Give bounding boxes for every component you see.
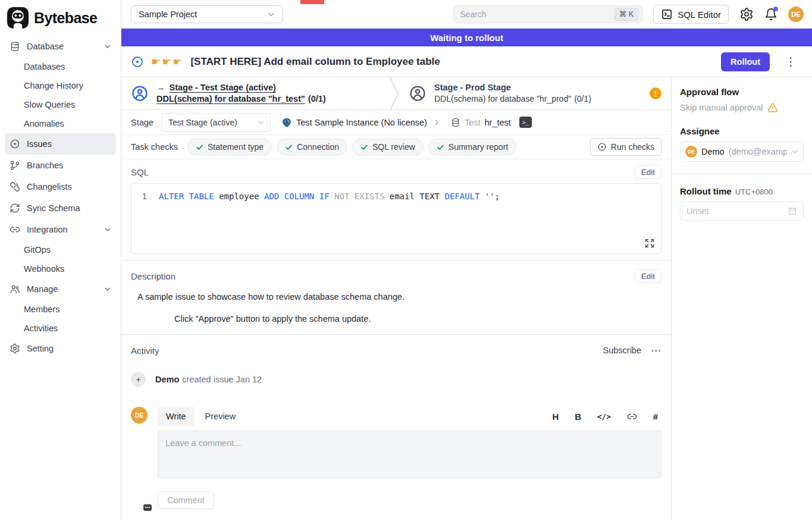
- avatar: DE: [131, 407, 148, 423]
- stage-name: Stage - Test Stage (active): [170, 83, 276, 92]
- check-label: Connection: [297, 142, 339, 152]
- tab-write[interactable]: Write: [158, 407, 195, 426]
- check-summary-report[interactable]: Summary report: [428, 139, 516, 155]
- user-avatar[interactable]: DE: [788, 7, 804, 22]
- stage-prod-stage[interactable]: Stage - Prod Stage DDL(schema) for datab…: [399, 77, 671, 109]
- terminal-icon: [661, 8, 673, 20]
- activity-overflow-button[interactable]: ⋯: [651, 344, 661, 357]
- comment-input[interactable]: [158, 431, 661, 478]
- settings-button[interactable]: [739, 7, 754, 21]
- link-icon: [10, 224, 20, 235]
- notification-dot: [773, 7, 778, 11]
- link-button[interactable]: [627, 412, 637, 422]
- assignee-select[interactable]: DE Demo (demo@example: [680, 142, 804, 162]
- edit-sql-button[interactable]: Edit: [635, 165, 661, 179]
- chevron-down-icon: [791, 148, 798, 155]
- rollout-button[interactable]: Rollout: [721, 52, 770, 71]
- sidebar-item-slow-queries[interactable]: Slow Queries: [5, 95, 116, 114]
- activity-entry: + Democreated issue Jan 12: [131, 372, 661, 387]
- search-input[interactable]: [460, 10, 615, 19]
- check-icon: [360, 143, 368, 151]
- rollout-time-input[interactable]: [686, 206, 788, 216]
- database-link[interactable]: Test hr_test: [451, 118, 511, 127]
- divider: [672, 174, 812, 174]
- bytebase-logo[interactable]: Bytebase: [0, 0, 121, 36]
- sidebar-item-label: Setting: [27, 344, 54, 353]
- stage-task-count: (0/1): [574, 94, 591, 103]
- sidebar-item-label: Integration: [27, 225, 68, 234]
- sidebar-item-label: Branches: [27, 161, 63, 170]
- assignee-name: Demo: [701, 147, 725, 156]
- subscribe-button[interactable]: Subscribe: [603, 346, 641, 355]
- edit-description-button[interactable]: Edit: [635, 269, 661, 283]
- project-select[interactable]: Sample Project: [131, 5, 283, 23]
- branch-icon: [10, 160, 20, 171]
- sidebar-item-setting[interactable]: Setting: [5, 338, 116, 359]
- comment-submit-button[interactable]: Comment: [158, 491, 214, 509]
- main-area: Sample Project ⌘ K SQL Editor DE: [121, 0, 812, 521]
- environment-name: Test: [465, 118, 481, 127]
- sidebar-item-label: Changelists: [27, 182, 72, 192]
- postgres-icon: [281, 117, 292, 128]
- description-heading: Description: [131, 271, 175, 281]
- sql-code-line: 1ALTER TABLE employee ADD COLUMN IF NOT …: [140, 192, 653, 201]
- task-checks-label: Task checks: [131, 142, 178, 152]
- left-sidebar: Bytebase Database Databases Change Histo…: [0, 0, 121, 521]
- stage-text: →Stage - Test Stage (active) DDL(schema)…: [156, 82, 326, 105]
- sidebar-item-database[interactable]: Database: [5, 36, 116, 57]
- logo-text: Bytebase: [34, 10, 97, 27]
- search-box: ⌘ K: [453, 5, 642, 23]
- chat-bubble-icon: •••: [143, 504, 152, 511]
- sidebar-item-label: Webhooks: [24, 264, 64, 274]
- database-icon: [451, 118, 460, 127]
- sidebar-item-activities[interactable]: Activities: [5, 319, 116, 338]
- sql-editor-button[interactable]: SQL Editor: [653, 5, 729, 24]
- hash-button[interactable]: #: [653, 412, 658, 422]
- chevron-down-icon: [257, 119, 264, 126]
- sidebar-item-gitops[interactable]: GitOps: [5, 240, 116, 259]
- bold-button[interactable]: B: [575, 412, 581, 422]
- stage-select-value: Test Stage (active): [168, 118, 237, 127]
- sidebar-nav: Database Databases Change History Slow Q…: [0, 36, 121, 359]
- sidebar-item-webhooks[interactable]: Webhooks: [5, 259, 116, 278]
- code-button[interactable]: </>: [597, 412, 611, 421]
- sidebar-item-anomalies[interactable]: Anomalies: [5, 114, 116, 133]
- open-sql-editor-icon[interactable]: >_: [519, 117, 532, 128]
- more-actions-button[interactable]: ⋮: [783, 55, 799, 68]
- approval-flow-block: Approval flow Skip manual approval: [680, 87, 804, 113]
- sidebar-item-change-history[interactable]: Change History: [5, 76, 116, 95]
- heading-button[interactable]: H: [552, 412, 559, 422]
- check-statement-type[interactable]: Statement type: [187, 139, 272, 155]
- instance-link[interactable]: Test Sample Instance (No license): [281, 117, 427, 128]
- sidebar-item-databases[interactable]: Databases: [5, 57, 116, 76]
- approval-status-text: Skip manual approval: [680, 103, 763, 112]
- sidebar-item-issues[interactable]: Issues: [5, 133, 116, 155]
- issue-sidebar: Approval flow Skip manual approval Assig…: [671, 77, 812, 521]
- sidebar-item-integration[interactable]: Integration: [5, 219, 116, 240]
- warning-triangle-icon: [767, 102, 778, 113]
- sidebar-item-members[interactable]: Members: [5, 300, 116, 319]
- comment-editor: DE ••• Write Preview H B: [131, 407, 661, 521]
- sidebar-item-sync-schema[interactable]: Sync Schema: [5, 197, 116, 219]
- expand-sql-button[interactable]: [644, 238, 655, 249]
- database-name: hr_test: [485, 118, 511, 127]
- bytebase-logo-icon: [7, 7, 29, 29]
- check-connection[interactable]: Connection: [277, 139, 347, 155]
- check-sql-review[interactable]: SQL review: [352, 139, 424, 155]
- sidebar-item-manage[interactable]: Manage: [5, 278, 116, 300]
- project-select-value: Sample Project: [139, 10, 197, 19]
- sql-token: ALTER TABLE: [159, 192, 214, 201]
- stage-select[interactable]: Test Stage (active): [162, 113, 271, 132]
- sidebar-item-changelists[interactable]: Changelists: [5, 176, 116, 197]
- run-checks-button[interactable]: Run checks: [590, 138, 661, 156]
- notifications-button[interactable]: [764, 8, 777, 21]
- sidebar-item-branches[interactable]: Branches: [5, 155, 116, 176]
- sidebar-item-label: Sync Schema: [27, 203, 80, 213]
- chevron-down-icon: [267, 10, 275, 18]
- screen-artifact: [300, 0, 324, 4]
- tab-preview[interactable]: Preview: [197, 407, 244, 426]
- sql-token: ;: [495, 192, 500, 201]
- stage-test-stage[interactable]: →Stage - Test Stage (active) DDL(schema)…: [121, 77, 390, 109]
- sidebar-item-label: Issues: [27, 139, 52, 149]
- sql-editor-view[interactable]: 1ALTER TABLE employee ADD COLUMN IF NOT …: [131, 183, 661, 254]
